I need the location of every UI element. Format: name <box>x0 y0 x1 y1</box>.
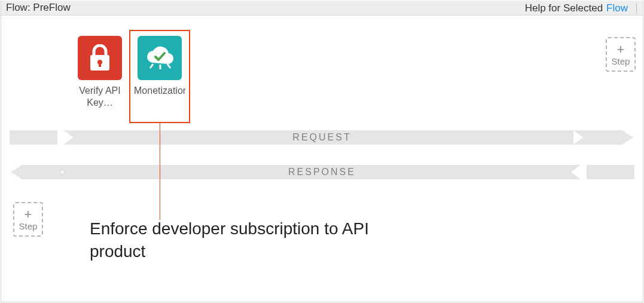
request-bar: REQUEST <box>63 130 581 145</box>
policy-label: Verify API Key… <box>74 85 126 109</box>
add-step-request-button[interactable]: + Step <box>606 37 636 72</box>
response-label: RESPONSE <box>288 167 356 177</box>
lock-icon <box>78 36 122 80</box>
callout-line <box>160 123 160 220</box>
flow-title: Flow: PreFlow <box>6 2 71 14</box>
request-label: REQUEST <box>292 132 351 143</box>
help-flow-link[interactable]: Flow <box>606 2 628 14</box>
help-for-selected-label: Help for Selected <box>525 2 603 14</box>
response-bar: RESPONSE <box>63 165 581 179</box>
add-step-label: Step <box>612 56 630 66</box>
add-step-response-button[interactable]: + Step <box>13 202 43 237</box>
response-bar-segment <box>587 165 634 179</box>
header-divider <box>636 3 637 14</box>
arrow-right-icon <box>621 130 633 145</box>
svg-rect-2 <box>99 62 101 67</box>
arrow-left-icon <box>11 164 23 180</box>
policy-verify-api-key[interactable]: Verify API Key… <box>74 36 126 109</box>
selection-highlight <box>129 30 190 123</box>
annotation-text: Enforce developer subscription to API pr… <box>90 218 389 263</box>
plus-icon: + <box>617 43 625 56</box>
plus-icon: + <box>25 208 32 221</box>
flow-canvas: Verify API Key… Monetization-… + Step RE <box>1 16 643 302</box>
editor-header: Flow: PreFlow Help for Selected Flow <box>1 1 643 16</box>
add-step-label: Step <box>19 221 38 231</box>
request-bar-segment <box>10 130 57 145</box>
request-bar-segment <box>573 130 621 145</box>
